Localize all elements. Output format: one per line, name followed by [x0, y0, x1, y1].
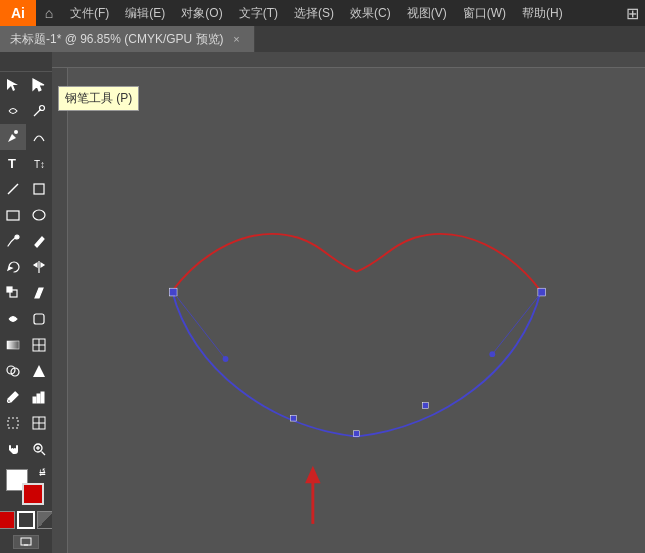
upper-lip-path[interactable] — [172, 234, 541, 291]
rotate-tool-button[interactable] — [0, 254, 26, 280]
toolbar: T T↕ — [0, 52, 52, 553]
hand-tool-button[interactable] — [0, 436, 26, 462]
app-logo: Ai — [0, 0, 36, 26]
lasso-tool-button[interactable] — [0, 98, 26, 124]
menu-effect[interactable]: 效果(C) — [342, 0, 399, 26]
shape-tool-button[interactable] — [26, 176, 52, 202]
menu-select[interactable]: 选择(S) — [286, 0, 342, 26]
workspace-icon[interactable]: ⊞ — [626, 4, 639, 23]
drawing-canvas[interactable] — [68, 68, 645, 553]
pencil-tool-button[interactable] — [26, 228, 52, 254]
gradient-tool-button[interactable] — [0, 332, 26, 358]
rect-tool-button[interactable] — [0, 202, 26, 228]
svg-rect-29 — [33, 397, 36, 403]
reshape-tool-button[interactable] — [26, 306, 52, 332]
handle-point-right[interactable] — [489, 351, 495, 357]
screen-mode-button[interactable] — [13, 535, 39, 549]
menu-help[interactable]: 帮助(H) — [514, 0, 571, 26]
svg-point-4 — [14, 130, 18, 134]
artboard-tool-button[interactable] — [0, 410, 26, 436]
svg-marker-14 — [34, 263, 37, 267]
svg-line-7 — [8, 184, 18, 194]
tool-row-build — [0, 358, 52, 384]
canvas-content[interactable] — [68, 68, 645, 553]
menu-object[interactable]: 对象(O) — [173, 0, 230, 26]
menu-edit[interactable]: 编辑(E) — [117, 0, 173, 26]
live-paint-tool-button[interactable] — [26, 358, 52, 384]
tool-row-warp — [0, 306, 52, 332]
document-tab[interactable]: 未标题-1* @ 96.85% (CMYK/GPU 预览) × — [0, 26, 255, 52]
svg-rect-17 — [7, 287, 12, 292]
scale-tool-button[interactable] — [0, 280, 26, 306]
menu-items: 文件(F) 编辑(E) 对象(O) 文字(T) 选择(S) 效果(C) 视图(V… — [62, 0, 626, 26]
anchor-mid-left[interactable] — [291, 415, 297, 421]
pen-tool-button[interactable] — [0, 124, 26, 150]
tool-row-transform — [0, 254, 52, 280]
warp-tool-button[interactable] — [0, 306, 26, 332]
svg-rect-9 — [7, 211, 19, 220]
svg-marker-15 — [41, 263, 44, 267]
svg-rect-31 — [41, 392, 44, 403]
toolbar-ruler — [0, 56, 52, 72]
tool-row-selection — [0, 72, 52, 98]
svg-point-10 — [33, 210, 45, 220]
curvature-tool-button[interactable] — [26, 124, 52, 150]
svg-text:T↕: T↕ — [34, 159, 45, 170]
svg-rect-32 — [8, 418, 18, 428]
svg-marker-1 — [33, 79, 44, 91]
svg-point-3 — [40, 106, 45, 111]
home-icon[interactable]: ⌂ — [36, 0, 62, 26]
graph-tool-button[interactable] — [26, 384, 52, 410]
fill-box[interactable] — [0, 511, 15, 529]
lower-lip-path[interactable] — [172, 291, 541, 437]
magic-wand-tool-button[interactable] — [26, 98, 52, 124]
reflect-tool-button[interactable] — [26, 254, 52, 280]
menu-bar: Ai ⌂ 文件(F) 编辑(E) 对象(O) 文字(T) 选择(S) 效果(C)… — [0, 0, 645, 26]
view-mode-row — [0, 511, 55, 529]
menu-file[interactable]: 文件(F) — [62, 0, 117, 26]
selection-tool-button[interactable] — [0, 72, 26, 98]
svg-rect-19 — [34, 314, 44, 324]
eyedropper-tool-button[interactable] — [0, 384, 26, 410]
type-tool-button[interactable]: T — [0, 150, 26, 176]
svg-rect-30 — [37, 394, 40, 403]
svg-text:T: T — [8, 156, 16, 171]
svg-marker-43 — [305, 466, 321, 483]
line-tool-button[interactable] — [0, 176, 26, 202]
shape-builder-tool-button[interactable] — [0, 358, 26, 384]
tool-row-artboard — [0, 410, 52, 436]
stroke-box[interactable] — [17, 511, 35, 529]
svg-marker-26 — [33, 365, 45, 377]
menu-view[interactable]: 视图(V) — [399, 0, 455, 26]
menu-text[interactable]: 文字(T) — [231, 0, 286, 26]
ellipse-tool-button[interactable] — [26, 202, 52, 228]
tool-row-lasso — [0, 98, 52, 124]
color-swap-icon[interactable]: ⇄ — [39, 469, 46, 478]
anchor-mid-right[interactable] — [422, 403, 428, 409]
svg-marker-18 — [35, 288, 43, 298]
mesh-tool-button[interactable] — [26, 332, 52, 358]
shear-tool-button[interactable] — [26, 280, 52, 306]
svg-point-11 — [15, 235, 19, 239]
foreground-color-swatch[interactable] — [22, 483, 44, 505]
tool-row-gradient — [0, 332, 52, 358]
right-icons: ⊞ — [626, 4, 645, 23]
tab-close-button[interactable]: × — [230, 32, 244, 46]
menu-window[interactable]: 窗口(W) — [455, 0, 514, 26]
slice-tool-button[interactable] — [26, 410, 52, 436]
paintbrush-tool-button[interactable] — [0, 228, 26, 254]
anchor-right[interactable] — [538, 288, 546, 296]
handle-point-left[interactable] — [223, 356, 229, 362]
zoom-tool-button[interactable] — [26, 436, 52, 462]
tool-row-line — [0, 176, 52, 202]
tool-row-navigate — [0, 436, 52, 462]
main-area: T T↕ — [0, 52, 645, 553]
svg-line-37 — [42, 452, 46, 456]
horizontal-ruler — [52, 52, 645, 68]
anchor-bottom-center[interactable] — [354, 431, 360, 437]
direct-selection-tool-button[interactable] — [26, 72, 52, 98]
tool-row-sample — [0, 384, 52, 410]
vertical-type-tool-button[interactable]: T↕ — [26, 150, 52, 176]
canvas-area[interactable] — [52, 52, 645, 553]
red-arrow — [305, 466, 321, 524]
